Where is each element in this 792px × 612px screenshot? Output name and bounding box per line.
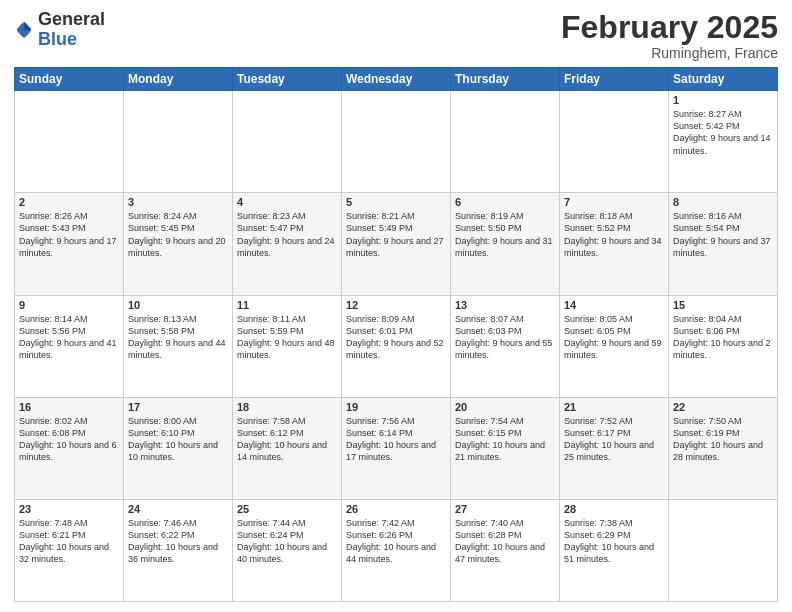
logo: General Blue <box>14 10 105 50</box>
day-number: 18 <box>237 401 337 413</box>
calendar-week-row-0: 1Sunrise: 8:27 AM Sunset: 5:42 PM Daylig… <box>15 91 778 193</box>
calendar-cell: 27Sunrise: 7:40 AM Sunset: 6:28 PM Dayli… <box>451 499 560 601</box>
location: Ruminghem, France <box>561 45 778 61</box>
day-number: 17 <box>128 401 228 413</box>
day-info: Sunrise: 7:38 AM Sunset: 6:29 PM Dayligh… <box>564 517 664 566</box>
calendar-cell: 24Sunrise: 7:46 AM Sunset: 6:22 PM Dayli… <box>124 499 233 601</box>
logo-text: General Blue <box>38 10 105 50</box>
col-saturday: Saturday <box>669 68 778 91</box>
day-number: 15 <box>673 299 773 311</box>
day-info: Sunrise: 7:42 AM Sunset: 6:26 PM Dayligh… <box>346 517 446 566</box>
day-number: 24 <box>128 503 228 515</box>
calendar-cell <box>342 91 451 193</box>
day-info: Sunrise: 8:24 AM Sunset: 5:45 PM Dayligh… <box>128 210 228 259</box>
calendar-cell: 16Sunrise: 8:02 AM Sunset: 6:08 PM Dayli… <box>15 397 124 499</box>
calendar-week-row-3: 16Sunrise: 8:02 AM Sunset: 6:08 PM Dayli… <box>15 397 778 499</box>
day-info: Sunrise: 7:54 AM Sunset: 6:15 PM Dayligh… <box>455 415 555 464</box>
calendar-cell: 1Sunrise: 8:27 AM Sunset: 5:42 PM Daylig… <box>669 91 778 193</box>
day-number: 8 <box>673 196 773 208</box>
calendar-week-row-1: 2Sunrise: 8:26 AM Sunset: 5:43 PM Daylig… <box>15 193 778 295</box>
day-info: Sunrise: 7:58 AM Sunset: 6:12 PM Dayligh… <box>237 415 337 464</box>
day-number: 14 <box>564 299 664 311</box>
day-info: Sunrise: 8:14 AM Sunset: 5:56 PM Dayligh… <box>19 313 119 362</box>
day-info: Sunrise: 8:23 AM Sunset: 5:47 PM Dayligh… <box>237 210 337 259</box>
day-number: 5 <box>346 196 446 208</box>
day-number: 9 <box>19 299 119 311</box>
day-info: Sunrise: 7:44 AM Sunset: 6:24 PM Dayligh… <box>237 517 337 566</box>
calendar-cell: 13Sunrise: 8:07 AM Sunset: 6:03 PM Dayli… <box>451 295 560 397</box>
calendar-cell: 25Sunrise: 7:44 AM Sunset: 6:24 PM Dayli… <box>233 499 342 601</box>
page: General Blue February 2025 Ruminghem, Fr… <box>0 0 792 612</box>
day-info: Sunrise: 8:16 AM Sunset: 5:54 PM Dayligh… <box>673 210 773 259</box>
calendar-week-row-2: 9Sunrise: 8:14 AM Sunset: 5:56 PM Daylig… <box>15 295 778 397</box>
calendar-cell: 19Sunrise: 7:56 AM Sunset: 6:14 PM Dayli… <box>342 397 451 499</box>
calendar-table: Sunday Monday Tuesday Wednesday Thursday… <box>14 67 778 602</box>
day-info: Sunrise: 8:26 AM Sunset: 5:43 PM Dayligh… <box>19 210 119 259</box>
calendar-cell: 15Sunrise: 8:04 AM Sunset: 6:06 PM Dayli… <box>669 295 778 397</box>
day-number: 21 <box>564 401 664 413</box>
calendar-cell: 4Sunrise: 8:23 AM Sunset: 5:47 PM Daylig… <box>233 193 342 295</box>
header: General Blue February 2025 Ruminghem, Fr… <box>14 10 778 61</box>
col-monday: Monday <box>124 68 233 91</box>
day-info: Sunrise: 7:48 AM Sunset: 6:21 PM Dayligh… <box>19 517 119 566</box>
calendar-cell: 10Sunrise: 8:13 AM Sunset: 5:58 PM Dayli… <box>124 295 233 397</box>
calendar-cell: 22Sunrise: 7:50 AM Sunset: 6:19 PM Dayli… <box>669 397 778 499</box>
calendar-cell: 21Sunrise: 7:52 AM Sunset: 6:17 PM Dayli… <box>560 397 669 499</box>
calendar-cell: 23Sunrise: 7:48 AM Sunset: 6:21 PM Dayli… <box>15 499 124 601</box>
day-number: 4 <box>237 196 337 208</box>
calendar-cell: 18Sunrise: 7:58 AM Sunset: 6:12 PM Dayli… <box>233 397 342 499</box>
day-number: 12 <box>346 299 446 311</box>
day-number: 10 <box>128 299 228 311</box>
day-info: Sunrise: 7:52 AM Sunset: 6:17 PM Dayligh… <box>564 415 664 464</box>
calendar-week-row-4: 23Sunrise: 7:48 AM Sunset: 6:21 PM Dayli… <box>15 499 778 601</box>
calendar-cell: 20Sunrise: 7:54 AM Sunset: 6:15 PM Dayli… <box>451 397 560 499</box>
col-friday: Friday <box>560 68 669 91</box>
day-number: 16 <box>19 401 119 413</box>
calendar-header-row: Sunday Monday Tuesday Wednesday Thursday… <box>15 68 778 91</box>
day-number: 7 <box>564 196 664 208</box>
calendar-cell: 6Sunrise: 8:19 AM Sunset: 5:50 PM Daylig… <box>451 193 560 295</box>
day-info: Sunrise: 8:27 AM Sunset: 5:42 PM Dayligh… <box>673 108 773 157</box>
calendar-cell: 8Sunrise: 8:16 AM Sunset: 5:54 PM Daylig… <box>669 193 778 295</box>
calendar-cell: 11Sunrise: 8:11 AM Sunset: 5:59 PM Dayli… <box>233 295 342 397</box>
day-number: 22 <box>673 401 773 413</box>
day-number: 13 <box>455 299 555 311</box>
col-tuesday: Tuesday <box>233 68 342 91</box>
calendar-cell: 14Sunrise: 8:05 AM Sunset: 6:05 PM Dayli… <box>560 295 669 397</box>
day-number: 23 <box>19 503 119 515</box>
day-number: 28 <box>564 503 664 515</box>
day-number: 26 <box>346 503 446 515</box>
day-info: Sunrise: 7:50 AM Sunset: 6:19 PM Dayligh… <box>673 415 773 464</box>
day-info: Sunrise: 8:11 AM Sunset: 5:59 PM Dayligh… <box>237 313 337 362</box>
day-number: 19 <box>346 401 446 413</box>
day-info: Sunrise: 8:13 AM Sunset: 5:58 PM Dayligh… <box>128 313 228 362</box>
day-info: Sunrise: 8:05 AM Sunset: 6:05 PM Dayligh… <box>564 313 664 362</box>
day-info: Sunrise: 8:09 AM Sunset: 6:01 PM Dayligh… <box>346 313 446 362</box>
col-wednesday: Wednesday <box>342 68 451 91</box>
calendar-cell: 5Sunrise: 8:21 AM Sunset: 5:49 PM Daylig… <box>342 193 451 295</box>
calendar-cell <box>451 91 560 193</box>
title-area: February 2025 Ruminghem, France <box>561 10 778 61</box>
logo-icon <box>14 20 34 40</box>
calendar-cell: 17Sunrise: 8:00 AM Sunset: 6:10 PM Dayli… <box>124 397 233 499</box>
day-number: 1 <box>673 94 773 106</box>
calendar-cell: 7Sunrise: 8:18 AM Sunset: 5:52 PM Daylig… <box>560 193 669 295</box>
day-info: Sunrise: 7:56 AM Sunset: 6:14 PM Dayligh… <box>346 415 446 464</box>
day-info: Sunrise: 8:07 AM Sunset: 6:03 PM Dayligh… <box>455 313 555 362</box>
day-info: Sunrise: 7:40 AM Sunset: 6:28 PM Dayligh… <box>455 517 555 566</box>
calendar-cell: 2Sunrise: 8:26 AM Sunset: 5:43 PM Daylig… <box>15 193 124 295</box>
month-title: February 2025 <box>561 10 778 45</box>
calendar-cell <box>669 499 778 601</box>
day-info: Sunrise: 8:19 AM Sunset: 5:50 PM Dayligh… <box>455 210 555 259</box>
calendar-cell <box>15 91 124 193</box>
day-number: 6 <box>455 196 555 208</box>
day-number: 27 <box>455 503 555 515</box>
calendar-cell: 28Sunrise: 7:38 AM Sunset: 6:29 PM Dayli… <box>560 499 669 601</box>
day-number: 11 <box>237 299 337 311</box>
day-info: Sunrise: 8:00 AM Sunset: 6:10 PM Dayligh… <box>128 415 228 464</box>
day-number: 2 <box>19 196 119 208</box>
calendar-cell: 26Sunrise: 7:42 AM Sunset: 6:26 PM Dayli… <box>342 499 451 601</box>
day-info: Sunrise: 8:04 AM Sunset: 6:06 PM Dayligh… <box>673 313 773 362</box>
day-info: Sunrise: 8:18 AM Sunset: 5:52 PM Dayligh… <box>564 210 664 259</box>
day-info: Sunrise: 8:02 AM Sunset: 6:08 PM Dayligh… <box>19 415 119 464</box>
